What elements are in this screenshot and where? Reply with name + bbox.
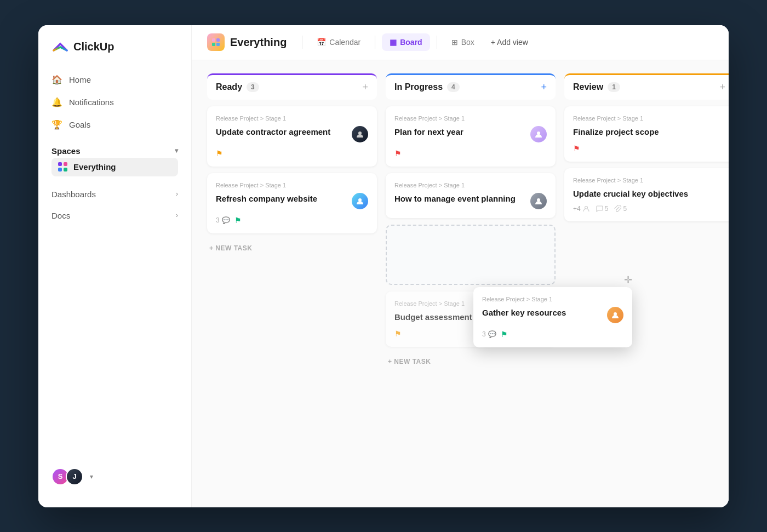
card-finalize-scope[interactable]: Release Project > Stage 1 Finalize proje… xyxy=(564,106,729,162)
column-title: Ready xyxy=(216,82,242,92)
card-title: Gather key resources xyxy=(482,307,603,318)
sidebar-links: Dashboards › Docs › xyxy=(38,183,191,227)
sidebar-item-docs[interactable]: Docs › xyxy=(45,205,185,226)
spaces-section: Spaces ▾ Everything xyxy=(38,135,191,183)
card-meta: Release Project > Stage 1 xyxy=(394,115,547,122)
sidebar-bottom: S J ▾ xyxy=(38,459,191,494)
extra-avatars: +4 xyxy=(573,205,590,213)
sidebar-item-everything[interactable]: Everything xyxy=(51,158,178,176)
avatar-image: J xyxy=(67,469,82,484)
column-header-left: In Progress 4 xyxy=(394,82,460,92)
divider xyxy=(375,36,375,49)
tab-board[interactable]: ▦ Board xyxy=(382,33,430,51)
comment-count: 3 xyxy=(216,216,220,224)
drag-handle-icon[interactable]: ✛ xyxy=(624,274,632,286)
tab-label: Board xyxy=(400,38,422,47)
everything-icon xyxy=(207,33,225,51)
sidebar-item-dashboards[interactable]: Dashboards › xyxy=(45,184,185,204)
card-meta: Release Project > Stage 1 xyxy=(216,182,368,188)
card-header: Finalize project scope xyxy=(573,126,725,138)
flag-icon: ⚑ xyxy=(573,144,580,153)
floating-card[interactable]: ✛ Release Project > Stage 1 Gather key r… xyxy=(473,287,632,347)
add-view-button[interactable]: + Add view xyxy=(484,33,535,51)
svg-rect-3 xyxy=(216,43,220,46)
home-icon: 🏠 xyxy=(51,75,62,85)
card-stats: 3 💬 xyxy=(482,330,496,338)
avatar xyxy=(607,307,623,323)
column-add-button[interactable]: + xyxy=(362,82,368,93)
card-title: Plan for next year xyxy=(394,126,526,138)
column-ready: Ready 3 + Release Project > Stage 1 Upda… xyxy=(207,73,377,256)
column-review: Review 1 + Release Project > Stage 1 Fin… xyxy=(564,73,729,221)
column-header-left: Ready 3 xyxy=(216,82,259,92)
comment-icon: 💬 xyxy=(222,216,230,224)
card-refresh-website[interactable]: Release Project > Stage 1 Refresh compan… xyxy=(207,173,377,233)
card-meta: Release Project > Stage 1 xyxy=(573,177,725,184)
column-in-progress: In Progress 4 + Release Project > Stage … xyxy=(386,73,556,370)
docs-label: Docs xyxy=(51,211,70,220)
avatar-stack: S J xyxy=(51,468,83,485)
tab-calendar[interactable]: 📅 Calendar xyxy=(309,33,368,51)
sidebar-item-goals[interactable]: 🏆 Goals xyxy=(45,114,185,135)
avatar xyxy=(352,126,368,142)
column-title: In Progress xyxy=(394,82,443,92)
bell-icon: 🔔 xyxy=(51,97,62,107)
new-task-button[interactable]: + NEW TASK xyxy=(207,240,377,256)
card-meta: Release Project > Stage 1 xyxy=(573,115,725,122)
card-header: Update contractor agreement xyxy=(216,126,368,142)
flag-icon: ⚑ xyxy=(394,149,402,158)
clickup-logo-icon xyxy=(51,38,69,56)
column-count: 3 xyxy=(247,82,259,92)
card-header: Refresh company website xyxy=(216,193,368,209)
comment-count: 5 xyxy=(605,205,609,213)
card-header: How to manage event planning xyxy=(394,193,547,209)
tab-label: Box xyxy=(461,38,474,47)
chevron-down-icon: ▾ xyxy=(175,147,178,155)
topbar-title-group: Everything xyxy=(207,33,287,51)
attachment-count: 5 xyxy=(623,205,627,213)
chevron-right-icon: › xyxy=(176,211,178,219)
box-icon: ⊞ xyxy=(451,38,458,47)
logo: ClickUp xyxy=(38,38,191,69)
card-event-planning[interactable]: Release Project > Stage 1 How to manage … xyxy=(386,173,556,218)
flag-icon: ⚑ xyxy=(216,149,223,158)
column-add-button[interactable]: + xyxy=(719,82,725,93)
card-header: Update crucial key objectives xyxy=(573,188,725,199)
column-header-ready: Ready 3 + xyxy=(207,73,377,100)
card-footer: 3 💬 ⚑ xyxy=(482,330,623,339)
page-title: Everything xyxy=(230,36,287,49)
card-header: Gather key resources xyxy=(482,307,623,323)
column-add-button[interactable]: + xyxy=(541,82,547,93)
card-footer: ⚑ xyxy=(216,149,368,158)
sidebar-item-home[interactable]: 🏠 Home xyxy=(45,69,185,90)
card-update-objectives[interactable]: Release Project > Stage 1 Update crucial… xyxy=(564,168,729,221)
sidebar-item-notifications[interactable]: 🔔 Notifications xyxy=(45,91,185,113)
card-plan-next-year[interactable]: Release Project > Stage 1 Plan for next … xyxy=(386,106,556,167)
avatar-image xyxy=(530,126,547,142)
chevron-down-icon[interactable]: ▾ xyxy=(90,473,93,480)
column-header-in-progress: In Progress 4 + xyxy=(386,73,556,100)
card-stats: 3 💬 xyxy=(216,216,230,224)
chevron-right-icon: › xyxy=(176,190,178,198)
tab-box[interactable]: ⊞ Box xyxy=(444,33,482,51)
card-update-contractor[interactable]: Release Project > Stage 1 Update contrac… xyxy=(207,106,377,167)
comment-icon: 💬 xyxy=(488,330,496,338)
calendar-icon: 📅 xyxy=(317,38,326,47)
sidebar-item-label: Notifications xyxy=(69,98,114,107)
spaces-header[interactable]: Spaces ▾ xyxy=(51,146,178,156)
card-meta: Release Project > Stage 1 xyxy=(394,182,547,188)
column-header-left: Review 1 xyxy=(573,82,620,92)
tab-label: Calendar xyxy=(329,38,360,47)
sidebar-item-label: Home xyxy=(69,75,91,84)
divider xyxy=(302,36,302,49)
dashboards-label: Dashboards xyxy=(51,190,96,199)
column-header-review: Review 1 + xyxy=(564,73,729,100)
svg-rect-2 xyxy=(212,43,215,46)
card-header: Plan for next year xyxy=(394,126,547,142)
sidebar-nav: 🏠 Home 🔔 Notifications 🏆 Goals xyxy=(38,69,191,135)
flag-icon: ⚑ xyxy=(394,329,402,338)
add-view-label: + Add view xyxy=(491,38,528,47)
new-task-button[interactable]: + NEW TASK xyxy=(386,353,556,370)
card-footer: 3 💬 ⚑ xyxy=(216,216,368,225)
avatar-image xyxy=(352,126,368,142)
